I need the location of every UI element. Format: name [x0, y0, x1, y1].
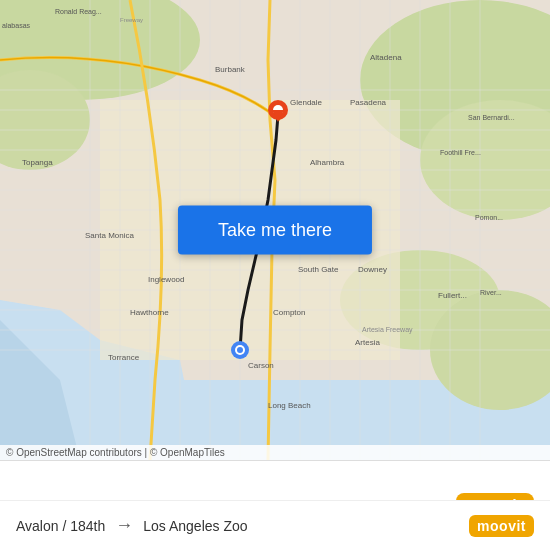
svg-text:Artesia: Artesia	[355, 338, 380, 347]
svg-text:River...: River...	[480, 289, 502, 296]
map-attribution: © OpenStreetMap contributors | © OpenMap…	[0, 445, 550, 460]
svg-text:Hawthorne: Hawthorne	[130, 308, 169, 317]
svg-text:Pomon...: Pomon...	[475, 214, 503, 221]
moovit-brand: moovit	[469, 515, 534, 537]
svg-text:Ronald Reag...: Ronald Reag...	[55, 8, 102, 16]
svg-text:San Bernardi...: San Bernardi...	[468, 114, 515, 121]
svg-text:Compton: Compton	[273, 308, 305, 317]
svg-text:Santa Monica: Santa Monica	[85, 231, 134, 240]
svg-text:Artesia Freeway: Artesia Freeway	[362, 326, 413, 334]
from-station: Avalon / 184th	[16, 518, 105, 534]
take-me-there-overlay: Take me there	[178, 206, 372, 255]
svg-text:Foothill Fre...: Foothill Fre...	[440, 149, 481, 156]
take-me-there-button[interactable]: Take me there	[178, 206, 372, 255]
svg-text:Pasadena: Pasadena	[350, 98, 387, 107]
attribution-text: © OpenStreetMap contributors | © OpenMap…	[6, 447, 225, 458]
svg-text:Altadena: Altadena	[370, 53, 402, 62]
svg-text:South Gate: South Gate	[298, 265, 339, 274]
map-container: Santa Monica Burbank Glendale Altadena P…	[0, 0, 550, 460]
route-arrow-icon: →	[115, 515, 133, 536]
svg-text:alabasas: alabasas	[2, 22, 31, 29]
svg-text:Downey: Downey	[358, 265, 387, 274]
svg-text:Inglewood: Inglewood	[148, 275, 184, 284]
svg-text:Carson: Carson	[248, 361, 274, 370]
route-footer: Avalon / 184th → Los Angeles Zoo moovit	[0, 500, 550, 550]
svg-text:Alhambra: Alhambra	[310, 158, 345, 167]
svg-text:Burbank: Burbank	[215, 65, 246, 74]
svg-text:Glendale: Glendale	[290, 98, 323, 107]
svg-text:Torrance: Torrance	[108, 353, 140, 362]
svg-point-69	[237, 347, 243, 353]
to-station: Los Angeles Zoo	[143, 518, 247, 534]
svg-text:Topanga: Topanga	[22, 158, 53, 167]
moovit-logo-footer: moovit	[469, 515, 534, 537]
svg-text:Fullert...: Fullert...	[438, 291, 467, 300]
svg-text:Long Beach: Long Beach	[268, 401, 311, 410]
svg-text:Freeway: Freeway	[120, 17, 143, 23]
